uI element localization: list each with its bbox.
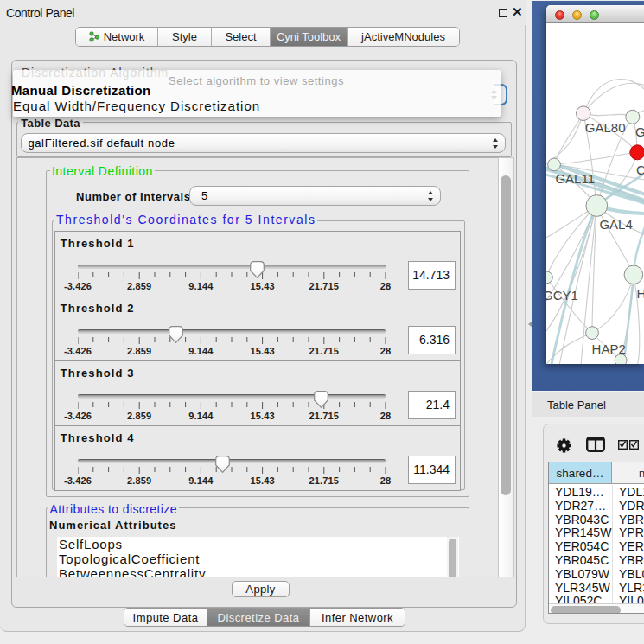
svg-text:GA: GA: [635, 124, 644, 139]
svg-text:GAL11: GAL11: [555, 171, 595, 186]
svg-text:GCY1: GCY1: [546, 288, 578, 303]
svg-text:HIS4: HIS4: [637, 286, 644, 301]
svg-text:CD: CD: [636, 163, 644, 177]
svg-text:GAL4: GAL4: [599, 217, 632, 232]
svg-text:GAL80: GAL80: [585, 120, 626, 135]
svg-text:HAP2: HAP2: [592, 341, 626, 356]
